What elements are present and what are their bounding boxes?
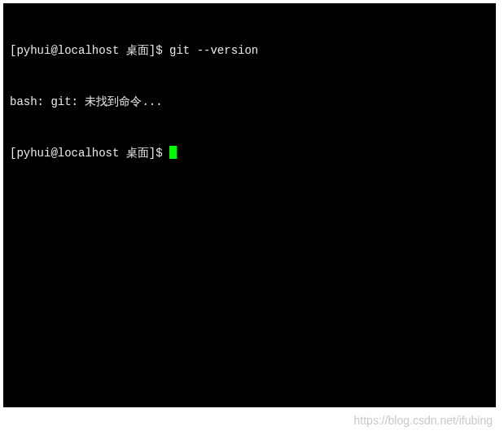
terminal-line: [pyhui@localhost 桌面]$ git --version xyxy=(10,42,489,59)
shell-output: bash: git: 未找到命令... xyxy=(10,95,163,108)
shell-prompt: [pyhui@localhost 桌面]$ xyxy=(10,147,169,160)
watermark-text: https://blog.csdn.net/ifubing xyxy=(354,414,493,427)
cursor-icon xyxy=(169,146,177,159)
terminal-line: bash: git: 未找到命令... xyxy=(10,94,489,111)
shell-prompt: [pyhui@localhost 桌面]$ xyxy=(10,44,169,57)
terminal-line: [pyhui@localhost 桌面]$ xyxy=(10,145,489,162)
shell-command: git --version xyxy=(169,44,258,57)
terminal-window[interactable]: [pyhui@localhost 桌面]$ git --version bash… xyxy=(3,3,496,407)
